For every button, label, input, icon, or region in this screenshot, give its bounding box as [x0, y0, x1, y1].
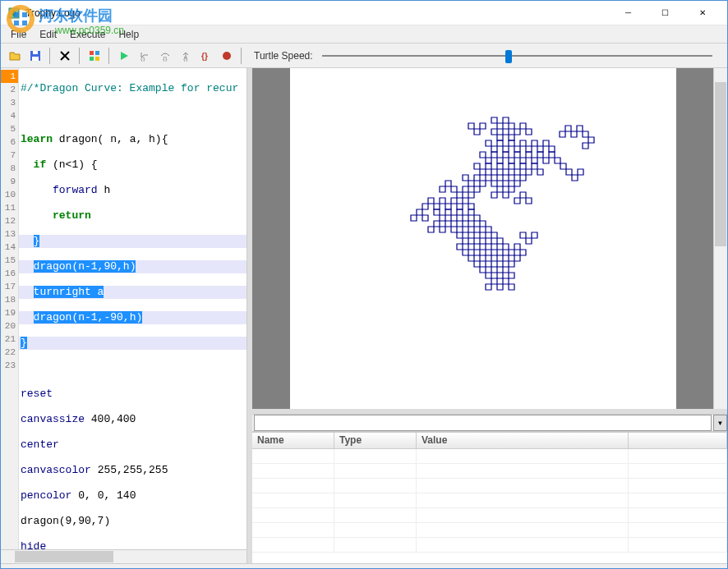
window-title: Trophy Logo	[25, 7, 610, 19]
svg-rect-12	[90, 51, 94, 55]
svg-rect-14	[90, 57, 94, 61]
menubar: File Edit Execute Help	[1, 25, 727, 44]
turtle-canvas	[290, 68, 676, 409]
svg-marker-16	[121, 52, 128, 60]
step-into-button[interactable]: {}	[136, 47, 154, 65]
menu-help[interactable]: Help	[112, 27, 145, 42]
variables-body[interactable]	[252, 449, 727, 563]
toolbar: {} {} {} {} Turtle Speed:	[1, 44, 727, 68]
svg-rect-15	[95, 57, 99, 61]
step-out-button[interactable]: {}	[177, 47, 195, 65]
breakpoint-toggle-button[interactable]: {}	[197, 47, 215, 65]
close-button[interactable]: ✕	[684, 2, 721, 25]
minimize-button[interactable]: ─	[610, 2, 647, 25]
col-blank[interactable]	[629, 433, 727, 448]
svg-point-21	[223, 52, 231, 60]
code-content[interactable]: #/*Dragon Curve: Example for recur learn…	[19, 68, 247, 549]
menu-file[interactable]: File	[4, 27, 33, 42]
scope-dropdown-arrow[interactable]: ▼	[713, 415, 727, 431]
open-button[interactable]	[6, 47, 24, 65]
svg-rect-10	[33, 51, 38, 54]
app-icon	[7, 7, 21, 20]
run-button[interactable]	[115, 47, 133, 65]
maximize-button[interactable]: ☐	[647, 2, 684, 25]
svg-rect-11	[32, 57, 39, 61]
titlebar: Trophy Logo ─ ☐ ✕	[1, 1, 727, 25]
col-value[interactable]: Value	[417, 433, 629, 448]
svg-text:{}: {}	[183, 55, 188, 62]
code-editor[interactable]: 1234567891011121314151617181920212223 #/…	[1, 68, 247, 549]
canvas-vscrollbar[interactable]	[713, 68, 727, 409]
menu-execute[interactable]: Execute	[63, 27, 112, 42]
svg-text:{}: {}	[163, 55, 168, 62]
menu-edit[interactable]: Edit	[33, 27, 63, 42]
col-type[interactable]: Type	[334, 433, 417, 448]
turtle-speed-label: Turtle Speed:	[254, 50, 313, 62]
turtle-speed-slider[interactable]	[322, 48, 712, 64]
line-gutter: 1234567891011121314151617181920212223	[1, 68, 19, 549]
statusbar	[1, 563, 727, 568]
variables-header: Name Type Value	[252, 433, 727, 449]
editor-hscrollbar[interactable]	[1, 549, 247, 563]
dragon-curve-drawing	[360, 101, 623, 347]
stop-button[interactable]	[218, 47, 236, 65]
col-name[interactable]: Name	[252, 433, 334, 448]
canvas-viewport	[252, 68, 713, 409]
scope-dropdown[interactable]	[254, 415, 712, 431]
step-over-button[interactable]: {}	[156, 47, 174, 65]
svg-text:{}: {}	[141, 55, 145, 62]
tool-grid-button[interactable]	[85, 47, 104, 65]
svg-rect-13	[95, 51, 99, 55]
delete-button[interactable]	[56, 47, 74, 65]
variables-panel: Name Type Value	[252, 432, 727, 563]
svg-text:{}: {}	[201, 52, 208, 61]
save-button[interactable]	[26, 47, 44, 65]
